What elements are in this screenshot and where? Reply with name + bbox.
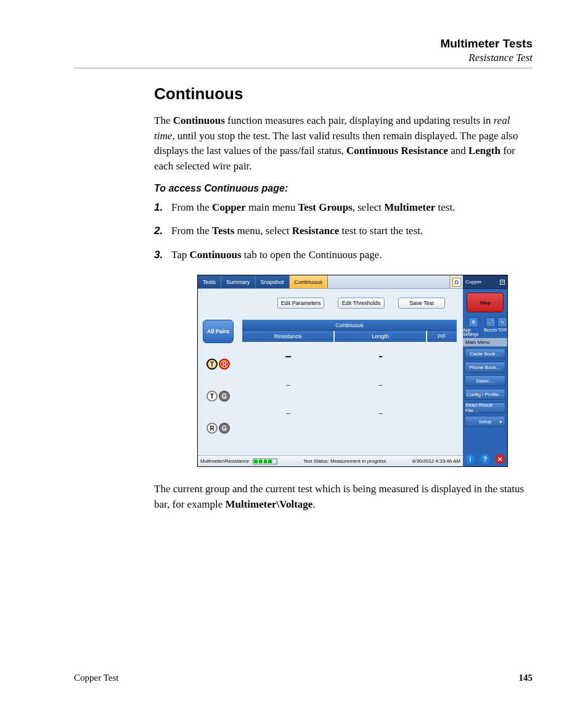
status-path: Multimeter\Resistance: [200, 458, 249, 464]
status-timestamp: 8/30/2012 4:33:46 AM: [412, 458, 460, 464]
step-1: 1. From the Copper main menu Test Groups…: [154, 200, 533, 216]
buzzer-button[interactable]: 🔊Buzzer: [484, 317, 497, 336]
info-button[interactable]: i: [465, 454, 475, 464]
value-length: -: [335, 350, 427, 363]
all-pairs-button[interactable]: All Pairs: [203, 320, 234, 343]
menu-setup[interactable]: Setup▸: [465, 416, 505, 427]
pair-tg-icon[interactable]: T G: [206, 385, 230, 407]
tab-summary[interactable]: Summary: [221, 275, 256, 288]
chevron-right-icon: ▸: [500, 419, 502, 424]
sidebar: Copper ≡ Stop ⚙App. Settings 🔊Buzzer ∿TD…: [463, 275, 507, 466]
save-test-button[interactable]: Save Test: [398, 298, 445, 309]
menu-read-result[interactable]: Read Result File…: [465, 402, 505, 413]
menu-config-profile[interactable]: Config / Profile…: [465, 389, 505, 400]
app-settings-button[interactable]: ⚙App. Settings: [463, 317, 484, 336]
continuous-header: Continuous: [242, 320, 457, 331]
menu-dialer[interactable]: Dialer…: [465, 375, 505, 386]
omega-icon: Ω: [454, 279, 459, 285]
ring-icon: R: [206, 423, 218, 434]
page-header-title: Multimeter Tests: [74, 37, 533, 51]
procedure-subhead: To access Continuous page:: [154, 183, 533, 194]
tip-icon: T: [206, 391, 218, 402]
value-length: –: [335, 409, 427, 416]
menu-phone-book[interactable]: Phone Book…: [465, 362, 505, 373]
wave-icon: ∿: [497, 317, 507, 327]
menu-cable-book[interactable]: Cable Book…: [465, 348, 505, 359]
data-row-tr: – -: [242, 342, 457, 370]
status-bar: Multimeter\Resistance Test Status: Measu…: [198, 455, 463, 466]
status-message: Test Status: Measurement in progress: [281, 458, 409, 464]
resistance-mode-icon[interactable]: Ω: [449, 275, 463, 288]
edit-parameters-button[interactable]: Edit Parameters: [277, 298, 324, 309]
tab-snapshot[interactable]: Snapshot: [256, 275, 290, 288]
column-resistance: Resistance: [242, 331, 333, 342]
closing-paragraph: The current group and the current test w…: [154, 482, 533, 512]
speaker-icon: 🔊: [486, 317, 496, 327]
tab-tests[interactable]: Tests: [198, 275, 221, 288]
step-3: 3. Tap Continuous tab to open the Contin…: [154, 248, 533, 263]
gear-icon: ⚙: [468, 317, 478, 327]
step-2: 2. From the Tests menu, select Resistanc…: [154, 224, 533, 239]
tab-bar: Tests Summary Snapshot Continuous Ω: [198, 275, 463, 289]
edit-thresholds-button[interactable]: Edit Thresholds: [338, 298, 385, 309]
ground-icon: G: [219, 391, 230, 402]
ground-icon: G: [219, 423, 230, 434]
main-menu-header: Main Menu: [463, 338, 507, 347]
column-length: Length: [333, 331, 426, 342]
battery-icon: [253, 458, 277, 465]
page-number: 145: [519, 673, 533, 683]
menu-toggle-icon[interactable]: ≡: [500, 280, 505, 285]
step-number: 2.: [154, 224, 171, 239]
help-button[interactable]: ?: [480, 454, 490, 464]
value-resistance: –: [242, 409, 335, 416]
pair-rg-icon[interactable]: R G: [206, 417, 230, 439]
embedded-screenshot: Tests Summary Snapshot Continuous Ω Edit…: [197, 275, 508, 467]
tdr-button[interactable]: ∿TDR: [497, 317, 507, 336]
value-resistance: –: [242, 350, 335, 363]
close-button[interactable]: ✕: [495, 454, 505, 464]
step-number: 1.: [154, 200, 171, 216]
section-title: Continuous: [154, 84, 533, 103]
tab-continuous[interactable]: Continuous: [290, 275, 329, 288]
intro-paragraph: The Continuous function measures each pa…: [154, 113, 533, 174]
value-length: –: [335, 381, 427, 388]
sidebar-title: Copper: [465, 279, 481, 285]
header-rule: [74, 68, 533, 68]
stop-button[interactable]: Stop: [467, 293, 504, 312]
page-header-subtitle: Resistance Test: [74, 52, 533, 64]
footer-left: Copper Test: [74, 673, 118, 683]
pair-tr-icon[interactable]: T R: [206, 353, 230, 375]
value-resistance: –: [242, 381, 335, 388]
ring-icon: R: [219, 359, 230, 370]
step-number: 3.: [154, 248, 171, 263]
data-row-tg: – –: [242, 370, 457, 399]
column-pf: P/F: [426, 331, 457, 342]
tip-icon: T: [206, 359, 218, 370]
data-row-rg: – –: [242, 399, 457, 427]
